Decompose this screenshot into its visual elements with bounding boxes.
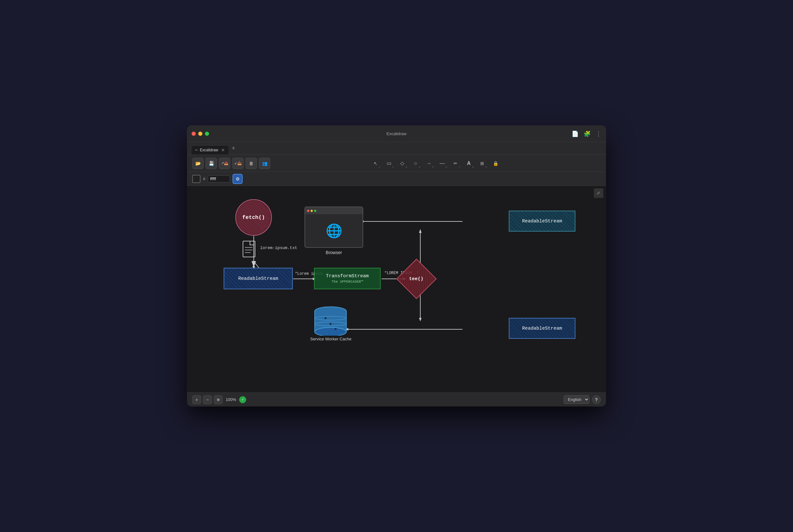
excalidraw-tab[interactable]: ✏ Excalidraw ✕ bbox=[191, 145, 229, 154]
title-bar: Excalidraw 📄 🧩 ⋮ bbox=[187, 126, 606, 142]
delete-button[interactable]: 🗑 bbox=[246, 158, 257, 169]
diamond-tool[interactable]: ◇ 3 bbox=[396, 157, 408, 169]
zoom-controls: + − ⊕ 100% ✓ bbox=[192, 395, 246, 404]
help-button[interactable]: ? bbox=[592, 395, 601, 404]
lock-tool[interactable]: 🔒 bbox=[489, 157, 502, 169]
security-badge: ✓ bbox=[239, 396, 246, 403]
readable-stream-left-label: ReadableStream bbox=[238, 276, 278, 281]
svg-point-25 bbox=[315, 327, 346, 336]
browser-header bbox=[305, 207, 363, 214]
tee-node[interactable]: tee() bbox=[396, 259, 437, 299]
browser-window[interactable]: 🌐 bbox=[305, 207, 363, 248]
fetch-label: fetch() bbox=[242, 214, 265, 221]
tab-close-button[interactable]: ✕ bbox=[221, 148, 225, 153]
service-worker-label: Service Worker Cache bbox=[299, 337, 363, 341]
arrow-tool[interactable]: → 5 bbox=[423, 157, 435, 169]
lock-icon: 🔒 bbox=[493, 161, 498, 166]
database-cylinder bbox=[313, 302, 348, 336]
save-button[interactable]: 💾 bbox=[206, 158, 217, 169]
globe-icon: 🌐 bbox=[326, 223, 342, 239]
rectangle-tool[interactable]: ▭ 2 bbox=[383, 157, 395, 169]
zoom-fit-button[interactable]: ⊕ bbox=[214, 395, 223, 404]
text-icon: A bbox=[467, 160, 471, 166]
import-button[interactable]: ↙📥 bbox=[232, 158, 244, 169]
new-doc-icon[interactable]: 📄 bbox=[572, 130, 579, 137]
diamond-icon: ◇ bbox=[400, 160, 404, 166]
diagram: fetch() lorem-ipsum.txt ReadableStream "… bbox=[187, 186, 606, 393]
text-tool[interactable]: A 8 bbox=[463, 157, 475, 169]
svg-rect-17 bbox=[243, 241, 255, 257]
new-tab-button[interactable]: + bbox=[229, 145, 238, 152]
tee-label: tee() bbox=[409, 276, 423, 281]
settings-button[interactable]: ⚙ bbox=[233, 174, 243, 184]
bottom-bar: + − ⊕ 100% ✓ English ? bbox=[187, 393, 606, 406]
ellipse-tool[interactable]: ○ 4 bbox=[409, 157, 422, 169]
lorem-filename-label: lorem-ipsum.txt bbox=[260, 246, 297, 250]
image-icon: ⊞ bbox=[480, 161, 484, 166]
svg-point-29 bbox=[330, 323, 331, 325]
color-swatch[interactable] bbox=[192, 175, 200, 183]
close-button[interactable] bbox=[192, 132, 196, 136]
pencil-tool[interactable]: ✏ 7 bbox=[449, 157, 462, 169]
browser-label: Browser bbox=[305, 250, 363, 255]
svg-marker-9 bbox=[419, 318, 422, 321]
title-bar-right: 📄 🧩 ⋮ bbox=[572, 130, 601, 137]
transform-stream-label: TransformStream bbox=[326, 273, 369, 279]
rectangle-icon: ▭ bbox=[387, 160, 391, 166]
bottom-right: English ? bbox=[564, 395, 601, 404]
tab-bar: ✏ Excalidraw ✕ + bbox=[187, 142, 606, 155]
transform-subtitle: The UPPERCASER™ bbox=[331, 280, 363, 284]
open-button[interactable]: 📂 bbox=[192, 158, 204, 169]
svg-point-30 bbox=[335, 328, 336, 330]
more-options-icon[interactable]: ⋮ bbox=[596, 130, 601, 137]
hash-label: # bbox=[203, 176, 205, 181]
zoom-fit-icon: ⊕ bbox=[217, 398, 220, 402]
select-icon: ↖ bbox=[374, 161, 378, 166]
select-tool[interactable]: ↖ 1 bbox=[370, 157, 382, 169]
image-tool[interactable]: ⊞ 9 bbox=[476, 157, 488, 169]
line-icon: — bbox=[440, 160, 445, 166]
zoom-out-button[interactable]: − bbox=[203, 395, 212, 404]
collaborate-button[interactable]: 👥 bbox=[259, 158, 270, 169]
line-tool[interactable]: — 6 bbox=[436, 157, 448, 169]
traffic-lights bbox=[192, 132, 209, 136]
toolbar-center: ↖ 1 ▭ 2 ◇ 3 ○ 4 → 5 — 6 bbox=[270, 157, 601, 169]
svg-point-28 bbox=[325, 317, 326, 319]
tab-label: Excalidraw bbox=[200, 148, 218, 152]
color-bar: # ⚙ bbox=[187, 172, 606, 186]
svg-marker-7 bbox=[419, 229, 422, 233]
export-button[interactable]: ↗📤 bbox=[219, 158, 230, 169]
readable-stream-top-label: ReadableStream bbox=[522, 218, 562, 224]
browser-dot-green bbox=[314, 210, 316, 212]
toolbar: 📂 💾 ↗📤 ↙📥 🗑 👥 ↖ 1 ▭ 2 ◇ 3 ○ 4 bbox=[187, 155, 606, 172]
readable-stream-top[interactable]: ReadableStream bbox=[509, 211, 575, 232]
ellipse-icon: ○ bbox=[414, 160, 417, 166]
arrow-icon: → bbox=[426, 160, 431, 166]
toolbar-left: 📂 💾 ↗📤 ↙📥 🗑 👥 bbox=[192, 158, 270, 169]
browser-body: 🌐 bbox=[305, 214, 363, 247]
zoom-level: 100% bbox=[225, 397, 237, 402]
language-select[interactable]: English bbox=[564, 395, 589, 404]
pencil-icon: ✏ bbox=[453, 161, 458, 166]
zoom-in-button[interactable]: + bbox=[192, 395, 201, 404]
readable-stream-bottom-label: ReadableStream bbox=[522, 326, 562, 331]
readable-stream-left[interactable]: ReadableStream bbox=[224, 268, 293, 289]
maximize-button[interactable] bbox=[205, 132, 209, 136]
transform-stream-node[interactable]: TransformStream The UPPERCASER™ bbox=[314, 268, 381, 289]
minimize-button[interactable] bbox=[198, 132, 202, 136]
window-title: Excalidraw bbox=[387, 131, 407, 136]
document-icon bbox=[242, 241, 257, 260]
color-input[interactable] bbox=[208, 175, 230, 183]
sketch-corner: ✐ bbox=[594, 188, 603, 198]
fetch-node[interactable]: fetch() bbox=[235, 199, 272, 236]
tab-icon: ✏ bbox=[195, 148, 198, 152]
puzzle-icon[interactable]: 🧩 bbox=[584, 130, 591, 137]
browser-dot-red bbox=[307, 210, 309, 212]
canvas-area[interactable]: fetch() lorem-ipsum.txt ReadableStream "… bbox=[187, 186, 606, 393]
mac-window: Excalidraw 📄 🧩 ⋮ ✏ Excalidraw ✕ + 📂 💾 ↗📤… bbox=[187, 126, 606, 406]
browser-dot-yellow bbox=[311, 210, 313, 212]
readable-stream-bottom[interactable]: ReadableStream bbox=[509, 318, 575, 339]
svg-line-1 bbox=[254, 261, 259, 268]
